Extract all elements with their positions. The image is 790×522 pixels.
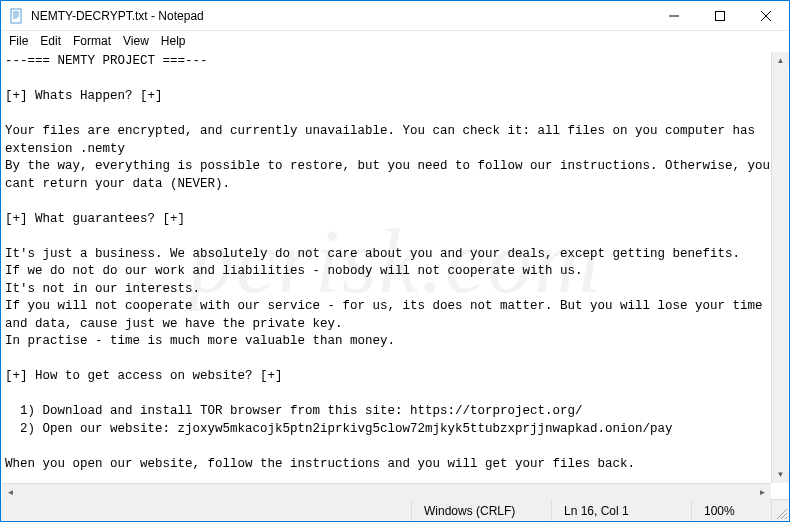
menu-edit[interactable]: Edit [34, 33, 67, 49]
menu-format[interactable]: Format [67, 33, 117, 49]
resize-grip-icon [777, 509, 787, 519]
titlebar: NEMTY-DECRYPT.txt - Notepad [1, 1, 789, 31]
window-title: NEMTY-DECRYPT.txt - Notepad [31, 9, 651, 23]
menubar: File Edit Format View Help [1, 31, 789, 51]
menu-file[interactable]: File [3, 33, 34, 49]
resize-grip[interactable] [771, 500, 789, 521]
chevron-left-icon: ◄ [7, 488, 15, 497]
app-icon [9, 8, 25, 24]
menu-view[interactable]: View [117, 33, 155, 49]
scroll-track-vertical[interactable] [772, 69, 788, 466]
status-encoding: Windows (CRLF) [411, 500, 551, 521]
menu-help[interactable]: Help [155, 33, 192, 49]
chevron-down-icon: ▼ [777, 470, 785, 479]
text-area[interactable]: ---=== NEMTY PROJECT ===--- [+] Whats Ha… [1, 51, 789, 499]
scroll-down-button[interactable]: ▼ [772, 466, 789, 483]
chevron-up-icon: ▲ [777, 56, 785, 65]
scroll-left-button[interactable]: ◄ [2, 484, 19, 501]
svg-rect-6 [716, 11, 725, 20]
chevron-right-icon: ► [759, 488, 767, 497]
scroll-track-horizontal[interactable] [19, 484, 754, 500]
minimize-button[interactable] [651, 1, 697, 30]
horizontal-scrollbar[interactable]: ◄ ► [2, 483, 771, 500]
scroll-right-button[interactable]: ► [754, 484, 771, 501]
vertical-scrollbar[interactable]: ▲ ▼ [771, 52, 788, 483]
maximize-button[interactable] [697, 1, 743, 30]
close-button[interactable] [743, 1, 789, 30]
notepad-window: NEMTY-DECRYPT.txt - Notepad File Edit Fo… [0, 0, 790, 522]
scroll-up-button[interactable]: ▲ [772, 52, 789, 69]
window-controls [651, 1, 789, 30]
status-zoom: 100% [691, 500, 771, 521]
status-position: Ln 16, Col 1 [551, 500, 691, 521]
statusbar: Windows (CRLF) Ln 16, Col 1 100% [1, 499, 789, 521]
svg-line-11 [785, 517, 787, 519]
